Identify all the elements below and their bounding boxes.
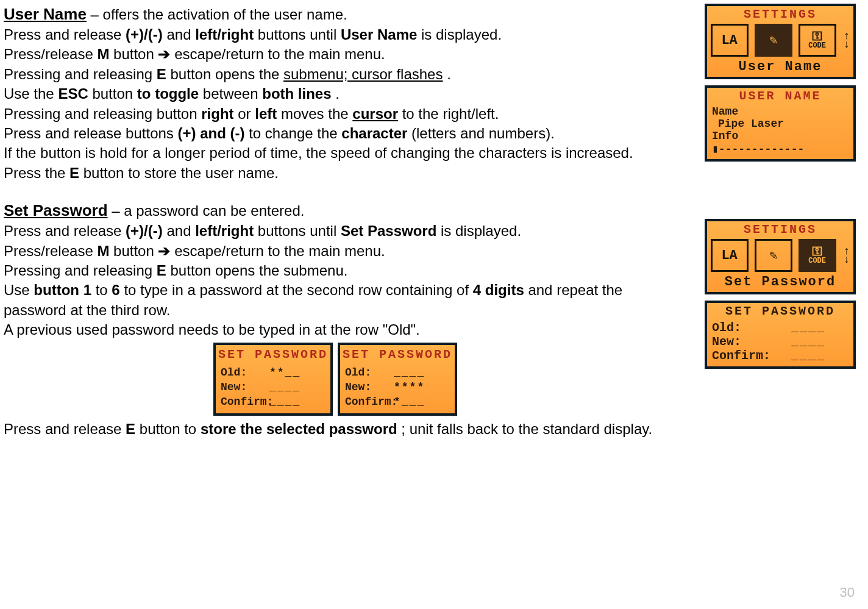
code-icon: ⚿ CODE — [799, 239, 836, 272]
lcd-title: SETTINGS — [707, 221, 853, 237]
text: (+)/(-) — [126, 223, 163, 239]
text: to type in a password at the second row … — [124, 282, 472, 298]
text: cursor — [352, 105, 398, 122]
text: to change the — [249, 125, 341, 141]
text: button — [92, 85, 137, 102]
text: is displayed. — [441, 223, 521, 239]
lcd-value: ____ — [791, 349, 825, 363]
lcd-label: New: — [221, 380, 269, 394]
text: 4 digits — [473, 282, 524, 298]
text: right — [201, 105, 233, 122]
lcd-value: ▮------------- — [712, 142, 848, 155]
text: Press and release buttons — [4, 125, 178, 141]
lcd-set-password-b: SET PASSWORD Old:____ New:**** Confirm:*… — [338, 343, 457, 416]
text: . — [447, 66, 451, 82]
text: button — [113, 243, 158, 259]
text: ; unit falls back to the standard displa… — [401, 421, 652, 437]
text: (letters and numbers). — [411, 125, 555, 141]
code-label: CODE — [808, 257, 826, 265]
text: Use — [4, 282, 34, 298]
lcd-label: New: — [712, 335, 791, 349]
lcd-value: Pipe Laser — [712, 118, 848, 130]
text: Press and release — [4, 223, 126, 239]
side-images: SETTINGS LA ✎ ⚿ CODE ↑ ↓ User Name — [691, 4, 856, 439]
lcd-footer: Set Password — [707, 274, 853, 292]
text: A previous used password needs to be typ… — [4, 320, 667, 340]
text: is displayed. — [421, 26, 502, 43]
text: left/right — [195, 26, 254, 43]
text: ESC — [58, 85, 88, 102]
lcd-label: Info — [712, 130, 848, 142]
text: button 1 — [34, 282, 91, 298]
lcd-value: ____ — [394, 365, 425, 380]
text: left — [255, 105, 277, 122]
lcd-settings-set-password: SETTINGS LA ✎ ⚿ CODE ↑ ↓ Set Passwor — [705, 219, 856, 294]
lcd-value: *___ — [394, 394, 425, 409]
text: M — [97, 46, 109, 62]
text: (+)/(-) — [126, 26, 163, 43]
arrow-right-icon: ➔ — [158, 243, 170, 259]
heading-user-name: User Name — [4, 5, 87, 23]
body-text: User Name – offers the activation of the… — [4, 4, 667, 439]
lcd-title: SET PASSWORD — [216, 345, 330, 363]
lcd-set-password-detail: SET PASSWORD Old:____ New:____ Confirm:_… — [705, 301, 856, 369]
lcd-set-password-a: SET PASSWORD Old:**__ New:____ Confirm:_… — [213, 343, 333, 416]
text: button — [113, 46, 158, 62]
text: E — [157, 66, 166, 82]
lcd-value: **** — [394, 380, 425, 394]
lcd-value: ____ — [269, 394, 301, 409]
lcd-label: Old: — [221, 365, 269, 380]
text: Pressing and releasing — [4, 262, 157, 279]
lcd-label: Confirm: — [345, 394, 394, 409]
text: E — [157, 262, 166, 279]
page-number: 30 — [840, 585, 855, 600]
updown-icon: ↑ ↓ — [844, 239, 850, 272]
code-icon: ⚿ CODE — [799, 24, 836, 57]
lcd-footer: User Name — [707, 59, 853, 77]
text: Pressing and releasing — [4, 66, 157, 82]
text: Set Password — [341, 223, 436, 239]
lcd-label: Name — [712, 105, 848, 118]
text: Press/release — [4, 46, 97, 62]
text: button to — [140, 421, 201, 437]
text: character — [341, 125, 407, 141]
heading-set-password-subtitle: – a password can be entered. — [112, 202, 304, 219]
text: moves the — [281, 105, 352, 122]
key-icon: ⚿ — [812, 246, 823, 257]
text: Press and release — [4, 421, 126, 437]
lcd-value: ____ — [791, 321, 825, 335]
lcd-title: SET PASSWORD — [707, 303, 853, 318]
text: to — [96, 282, 112, 298]
lcd-label: Old: — [712, 321, 791, 335]
text: between — [203, 85, 262, 102]
text: . — [335, 85, 340, 102]
text: or — [238, 105, 255, 122]
text: Pressing and releasing button — [4, 105, 201, 122]
lcd-title: SETTINGS — [707, 6, 853, 21]
text: Press and release — [4, 26, 126, 43]
text: Press the — [4, 165, 69, 181]
la-icon: LA — [711, 24, 749, 57]
text: buttons until — [258, 26, 341, 43]
text: escape/return to the main menu. — [174, 243, 385, 259]
down-arrow-icon: ↓ — [844, 255, 850, 264]
text: button opens the — [171, 66, 283, 82]
text: left/right — [195, 223, 254, 239]
lcd-title: SET PASSWORD — [340, 345, 455, 363]
text: Use the — [4, 85, 58, 102]
lcd-title: USER NAME — [707, 88, 853, 103]
down-arrow-icon: ↓ — [844, 40, 850, 49]
heading-user-name-subtitle: – offers the activation of the user name… — [91, 6, 347, 23]
lcd-label: Confirm: — [712, 349, 791, 363]
text: M — [97, 243, 109, 259]
updown-icon: ↑ ↓ — [844, 24, 850, 57]
text: User Name — [341, 26, 417, 43]
lcd-settings-user-name: SETTINGS LA ✎ ⚿ CODE ↑ ↓ User Name — [705, 4, 856, 79]
text: buttons until — [258, 223, 341, 239]
lcd-label: Old: — [345, 365, 394, 380]
text: submenu; cursor flashes — [283, 66, 443, 82]
heading-set-password: Set Password — [4, 201, 108, 219]
lcd-value: **__ — [269, 365, 301, 380]
code-label: CODE — [808, 42, 826, 49]
note-icon: ✎ — [755, 239, 792, 272]
